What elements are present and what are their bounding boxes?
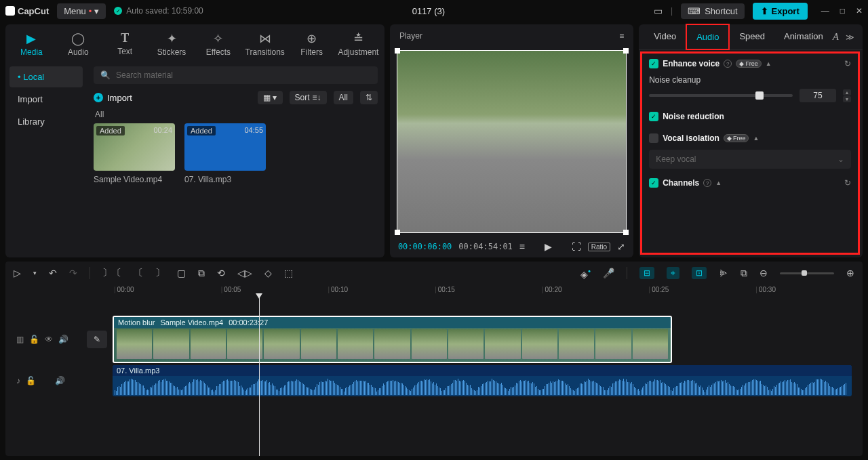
keyframe-tool[interactable]: ◈• <box>580 266 591 280</box>
project-title: 0117 (3) <box>212 6 646 16</box>
noise-reduction-label: Noise reduction <box>663 112 724 121</box>
minimize-icon[interactable]: — <box>821 6 829 16</box>
track-lock-icon[interactable]: 🔓 <box>29 335 39 344</box>
view-mode-button[interactable]: ▦ ▾ <box>258 91 282 104</box>
tab-transitions[interactable]: ⋈Transitions <box>241 28 288 62</box>
channels-checkbox[interactable]: ✓ <box>649 178 658 188</box>
tab-filters[interactable]: ⊕Filters <box>288 28 335 62</box>
info-icon[interactable]: ? <box>724 60 732 68</box>
track-lock-icon[interactable]: 🔓 <box>26 376 36 385</box>
crop-tool[interactable]: ⬚ <box>284 268 293 278</box>
noise-cleanup-value[interactable]: 75 <box>800 89 836 102</box>
preview-tool[interactable]: ⧉ <box>741 268 747 279</box>
noise-cleanup-label: Noise cleanup <box>649 75 851 85</box>
reset-icon[interactable]: ↻ <box>844 59 851 68</box>
audio-clip[interactable]: 07. Villa.mp3 <box>113 365 852 396</box>
stepper-up[interactable]: ▲ <box>843 89 851 96</box>
more-icon[interactable]: ≫ <box>846 33 854 42</box>
track-visible-icon[interactable]: 👁 <box>45 335 53 344</box>
enhance-voice-label: Enhance voice <box>663 59 719 68</box>
export-button[interactable]: ⬆Export <box>753 3 808 20</box>
ai-icon[interactable]: A <box>833 31 839 43</box>
shortcut-button[interactable]: ⌨Shortcut <box>681 3 744 19</box>
ratio-button[interactable]: Ratio <box>588 243 610 251</box>
track-audio-icon[interactable]: 🔊 <box>55 376 65 385</box>
close-icon[interactable]: ✕ <box>856 6 863 16</box>
collapse-icon[interactable]: ▲ <box>715 180 722 186</box>
tab-media[interactable]: ▶Media <box>8 28 55 62</box>
noise-cleanup-slider[interactable] <box>649 94 793 97</box>
split-tool[interactable]: 〕〔 <box>102 267 121 279</box>
insp-tab-animation[interactable]: Animation <box>774 24 833 49</box>
collapse-icon[interactable]: ▲ <box>753 135 759 142</box>
track-settings-icon[interactable]: ▥ <box>16 335 24 344</box>
focus-icon[interactable]: ⛶ <box>572 241 581 252</box>
undo-button[interactable]: ↶ <box>49 268 57 278</box>
media-item[interactable]: Added 00:24 Sample Video.mp4 <box>94 123 175 184</box>
channels-label: Channels <box>663 178 699 188</box>
search-icon: 🔍 <box>100 70 111 80</box>
delete-tool[interactable]: ▢ <box>177 268 186 278</box>
zoom-slider[interactable] <box>780 272 834 274</box>
link-tool[interactable]: ⊡ <box>692 267 707 279</box>
noise-reduction-checkbox[interactable]: ✓ <box>649 112 658 121</box>
fullscreen-icon[interactable]: ⤢ <box>617 241 625 252</box>
maximize-icon[interactable]: □ <box>840 6 845 16</box>
magnet-tool[interactable]: ⌖ <box>667 267 679 279</box>
zoom-out-button[interactable]: ⊖ <box>760 268 768 278</box>
redo-button[interactable]: ↷ <box>69 268 77 278</box>
media-item[interactable]: Added 04:55 07. Villa.mp3 <box>184 123 266 184</box>
collapse-icon[interactable]: ▲ <box>766 60 772 67</box>
player-canvas[interactable] <box>397 50 627 233</box>
zoom-in-button[interactable]: ⊕ <box>846 268 854 278</box>
rotate-tool[interactable]: ◇ <box>264 268 272 278</box>
tab-adjustment[interactable]: ≛Adjustment <box>335 28 382 62</box>
source-library[interactable]: Library <box>9 111 83 132</box>
player-label: Player <box>399 31 422 41</box>
filter-button[interactable]: ⇅ <box>360 91 378 104</box>
tab-stickers[interactable]: ✦Stickers <box>149 28 195 62</box>
insp-tab-speed[interactable]: Speed <box>730 24 774 49</box>
align-tool[interactable]: ⫸ <box>719 268 728 278</box>
autosave-status: ✓Auto saved: 10:59:00 <box>114 6 203 16</box>
mic-tool[interactable]: 🎤 <box>603 268 614 278</box>
copy-tool[interactable]: ⧉ <box>198 268 205 279</box>
trim-left-tool[interactable]: 〔 <box>134 267 143 279</box>
snap-tool[interactable]: ⊟ <box>639 267 654 279</box>
library-all-label: All <box>95 110 378 119</box>
tab-audio[interactable]: ◯Audio <box>55 28 102 62</box>
reset-icon[interactable]: ↻ <box>844 178 851 188</box>
search-input[interactable]: 🔍Search material <box>94 66 378 84</box>
filter-all-button[interactable]: All <box>334 91 353 104</box>
tool-dropdown[interactable]: ▾ <box>33 270 37 276</box>
free-badge: ◆ Free <box>724 134 749 142</box>
enhance-voice-checkbox[interactable]: ✓ <box>649 59 658 68</box>
video-clip[interactable]: Motion blur Sample Video.mp4 00:00:23:27 <box>113 316 672 363</box>
pointer-tool[interactable]: ▷ <box>14 268 21 278</box>
trim-right-tool[interactable]: 〕 <box>155 267 165 279</box>
insp-tab-video[interactable]: Video <box>644 24 686 49</box>
track-music-icon[interactable]: ♪ <box>16 376 20 385</box>
insp-tab-audio[interactable]: Audio <box>687 25 728 49</box>
player-menu-icon[interactable]: ≡ <box>619 31 624 41</box>
vocal-isolation-checkbox[interactable] <box>649 133 658 143</box>
play-button[interactable]: ▶ <box>545 241 552 252</box>
vocal-isolation-select[interactable]: Keep vocal⌄ <box>649 150 851 169</box>
tab-effects[interactable]: ✧Effects <box>195 28 241 62</box>
stepper-down[interactable]: ▼ <box>843 96 851 102</box>
track-audio-icon[interactable]: 🔊 <box>58 335 68 344</box>
list-icon[interactable]: ≡ <box>519 241 525 252</box>
reverse-tool[interactable]: ⟲ <box>217 268 225 278</box>
import-button[interactable]: +Import <box>94 93 132 103</box>
timeline-ruler[interactable]: 00:0000:0500:10 00:1500:2000:2500:30 <box>5 285 863 295</box>
playhead[interactable] <box>259 295 260 456</box>
menu-button[interactable]: Menu • ▾ <box>57 3 106 19</box>
track-edit-button[interactable]: ✎ <box>87 331 107 348</box>
aspect-icon[interactable]: ▭ <box>654 5 663 16</box>
source-local[interactable]: Local <box>9 66 83 87</box>
source-import[interactable]: Import <box>9 89 83 110</box>
info-icon[interactable]: ? <box>703 179 711 187</box>
mirror-tool[interactable]: ◁▷ <box>237 268 252 278</box>
sort-button[interactable]: Sort ≡↓ <box>290 91 327 104</box>
tab-text[interactable]: TText <box>102 28 149 62</box>
